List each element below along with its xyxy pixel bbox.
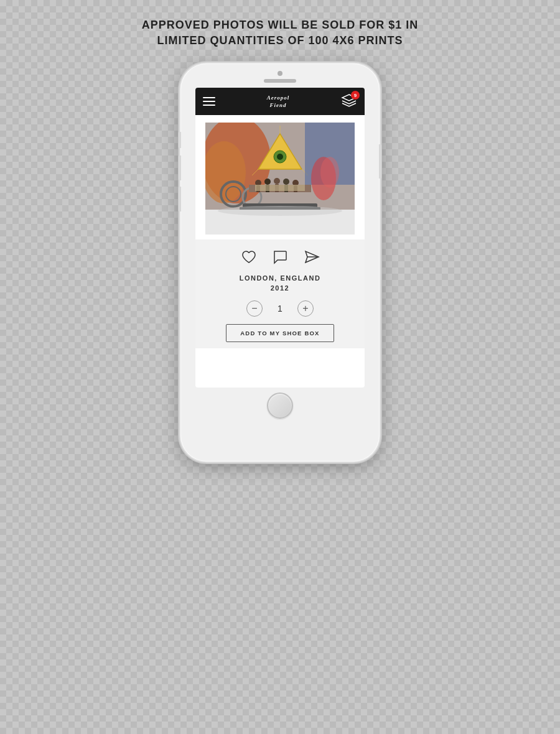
cart-button[interactable]: 9 <box>341 93 357 109</box>
action-icons-row <box>240 248 320 266</box>
year-label: 2012 <box>271 284 289 292</box>
svg-rect-28 <box>255 185 305 191</box>
earpiece-speaker <box>264 79 296 83</box>
add-to-shoebox-button[interactable]: ADD TO MY SHOE BOX <box>226 324 334 342</box>
phone-mockup: Aeropol Fiend 9 <box>180 63 380 462</box>
svg-point-19 <box>264 179 271 185</box>
info-panel: LONDON, ENGLAND 2012 − 1 + ADD TO MY SHO… <box>195 239 365 348</box>
share-button[interactable] <box>302 248 320 266</box>
banner-text: APPROVED PHOTOS WILL BE SOLD FOR $1 IN L… <box>142 17 418 49</box>
svg-text:Fiend: Fiend <box>269 102 286 108</box>
cart-count-badge: 9 <box>351 91 360 100</box>
power-button <box>379 144 381 179</box>
volume-down-button <box>179 187 181 211</box>
svg-point-30 <box>320 157 339 188</box>
quantity-stepper: − 1 + <box>246 300 314 317</box>
phone-screen: Aeropol Fiend 9 <box>195 88 365 388</box>
artwork-container <box>195 115 365 239</box>
svg-point-9 <box>277 154 283 160</box>
svg-point-34 <box>218 206 342 216</box>
volume-up-button <box>179 156 181 180</box>
quantity-decrease-button[interactable]: − <box>246 300 263 317</box>
front-camera <box>278 71 282 76</box>
comment-button[interactable] <box>271 248 289 266</box>
svg-text:Aeropol: Aeropol <box>266 95 290 101</box>
quantity-value: 1 <box>274 304 286 314</box>
phone-top-area <box>264 71 296 83</box>
svg-point-21 <box>283 179 289 185</box>
svg-point-20 <box>274 178 280 184</box>
app-header: Aeropol Fiend 9 <box>195 88 365 115</box>
mute-button <box>179 132 181 148</box>
quantity-increase-button[interactable]: + <box>297 300 314 317</box>
home-button[interactable] <box>267 393 293 419</box>
hamburger-menu-button[interactable] <box>203 97 215 106</box>
app-logo: Aeropol Fiend <box>256 91 300 112</box>
like-button[interactable] <box>240 248 258 266</box>
location-label: LONDON, ENGLAND <box>240 274 321 282</box>
artwork-image <box>205 123 355 235</box>
